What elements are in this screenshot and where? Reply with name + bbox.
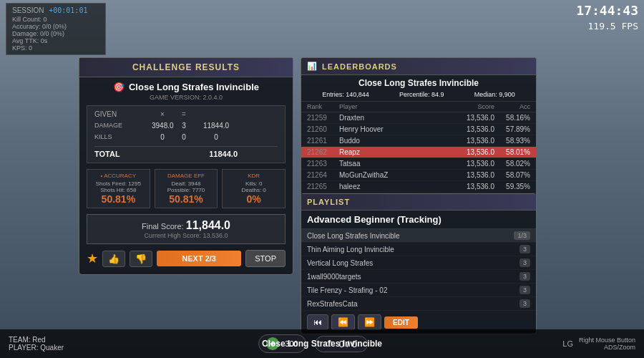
entries: Entries: 140,844 xyxy=(322,91,369,98)
final-score-box: Final Score: 11,844.0 Current High Score… xyxy=(87,214,286,244)
playlist-item[interactable]: Close Long Strafes Invincible 1/3 xyxy=(301,229,536,243)
lb-acc: 57.89% xyxy=(494,125,530,133)
fps-counter: 119.5 FPS xyxy=(588,21,638,32)
leaderboard-row[interactable]: 21262 Reapz 13,536.0 58.01% xyxy=(301,147,536,158)
bottom-challenge-name: Close Long Strafes Invincible xyxy=(262,339,382,349)
game-version: GAME VERSION: 2.0.4.0 xyxy=(79,94,293,101)
lb-rank: 21260 xyxy=(307,125,339,133)
leaderboard-row[interactable]: 21265 haleez 13,536.0 59.35% xyxy=(301,181,536,193)
kdr-box: KDR Kills: 0 Deaths: 0 0% xyxy=(222,169,286,208)
median-val: 9,900 xyxy=(499,91,515,98)
total-value: 11844.0 xyxy=(195,150,238,158)
multiply-label: × xyxy=(152,110,173,118)
col-score: Score xyxy=(444,103,494,110)
accuracy-value: 50.81% xyxy=(92,193,145,205)
kills-total: 0 xyxy=(195,132,238,143)
median-label: Median: xyxy=(474,91,497,98)
given-header: GIVEN × = xyxy=(94,110,278,118)
percentile-val: 84.9 xyxy=(431,91,444,98)
playlist-item[interactable]: Tile Frenzy - Strafing - 02 3 xyxy=(301,284,536,297)
playlist-item[interactable]: Thin Aiming Long Invincible 3 xyxy=(301,243,536,256)
session-timer: +00:01:01 xyxy=(49,6,87,14)
stop-button[interactable]: STOP xyxy=(245,250,286,267)
challenge-title: Close Long Strafes Invincible xyxy=(129,82,259,92)
possible: Possible: 7770 xyxy=(160,187,213,193)
lb-player: Buddo xyxy=(339,137,444,145)
pl-item-name: 1wall9000targets xyxy=(307,273,361,281)
kills-kdr: Kills: 0 xyxy=(227,180,280,187)
pl-item-name: RexStrafesCata xyxy=(307,300,358,308)
lb-player: Draxten xyxy=(339,114,444,122)
lb-rank: 21265 xyxy=(307,183,339,190)
damage-row: DAMAGE 3948.0 3 11844.0 xyxy=(94,120,278,132)
deaths-val: 0 xyxy=(263,187,265,193)
bottom-left: TEAM: Red PLAYER: Quaker xyxy=(9,336,64,352)
deaths-label: Deaths: xyxy=(242,187,262,193)
leaderboard-row[interactable]: 21264 MoGunZwithaZ 13,536.0 58.07% xyxy=(301,170,536,181)
kills-mult: 0 xyxy=(173,132,195,143)
pl-prev-button[interactable]: ⏪ xyxy=(331,314,355,330)
pl-edit-button[interactable]: EDIT xyxy=(384,316,418,329)
kdr-value: 0% xyxy=(227,193,280,205)
col-acc: Acc xyxy=(494,103,530,110)
leaderboard-row[interactable]: 21259 Draxten 13,536.0 58.16% xyxy=(301,112,536,124)
leaderboard-row[interactable]: 21261 Buddo 13,536.0 58.93% xyxy=(301,135,536,147)
deaths-kdr: Deaths: 0 xyxy=(227,187,280,193)
kills-kdr-val: 0 xyxy=(259,180,262,187)
entries-label: Entries: xyxy=(322,91,344,98)
pl-item-badge: 3 xyxy=(519,286,530,294)
pl-prev-prev-button[interactable]: ⏮ xyxy=(307,314,328,330)
pl-next-button[interactable]: ⏩ xyxy=(358,314,381,330)
kills-given: 0 xyxy=(152,132,173,143)
thumbs-down-button[interactable]: 👎 xyxy=(130,251,152,267)
lb-rank: 21261 xyxy=(307,137,339,145)
accuracy-box: • ACCURACY Shots Fired: 1295 Shots Hit: … xyxy=(87,169,150,208)
col-rank: Rank xyxy=(307,103,339,110)
lb-score: 13,536.0 xyxy=(444,125,494,133)
damage-total: 11844.0 xyxy=(195,120,238,132)
pl-item-badge: 1/3 xyxy=(514,231,530,240)
stats-row: • ACCURACY Shots Fired: 1295 Shots Hit: … xyxy=(87,169,286,208)
lb-rank: 21264 xyxy=(307,171,339,179)
star-button[interactable]: ★ xyxy=(87,251,98,266)
shots-fired-label: Shots Fired: xyxy=(96,180,127,187)
lb-player: Tatsaa xyxy=(339,160,444,168)
playlist-item[interactable]: RexStrafesCata 3 xyxy=(301,297,536,311)
lb-score: 13,536.0 xyxy=(444,148,494,156)
lb-rank: 21263 xyxy=(307,160,339,168)
playlist-title: Advanced Beginner (Tracking) xyxy=(301,211,536,229)
challenge-title-row: 🎯 Close Long Strafes Invincible xyxy=(79,77,293,94)
playlist-item[interactable]: 1wall9000targets 3 xyxy=(301,270,536,284)
leaderboard-row[interactable]: 21260 Henry Hoover 13,536.0 57.89% xyxy=(301,124,536,135)
accuracy-stat: Accuracy: 0/0 (0%) xyxy=(12,23,99,30)
hint-text: Right Mouse ButtonADS/Zoom xyxy=(579,337,635,351)
final-score-label: Final Score: xyxy=(142,222,184,231)
pl-item-badge: 3 xyxy=(519,272,530,281)
given-label: GIVEN xyxy=(94,110,152,118)
percentile-label: Percentile: xyxy=(399,91,430,98)
kills-kdr-label: Kills: xyxy=(245,180,258,187)
total-label: TOTAL xyxy=(94,150,152,158)
shots-fired: Shots Fired: 1295 xyxy=(92,180,145,187)
playlist-item[interactable]: Vertical Long Strafes 3 xyxy=(301,256,536,270)
lb-acc: 58.01% xyxy=(494,148,530,156)
challenge-header: CHALLENGE RESULTS xyxy=(79,58,293,77)
pl-item-name: Thin Aiming Long Invincible xyxy=(307,246,394,253)
action-row: ★ 👍 👎 NEXT 2/3 STOP xyxy=(87,250,286,267)
total-row: TOTAL 11844.0 xyxy=(94,146,278,158)
next-button[interactable]: NEXT 2/3 xyxy=(157,251,241,266)
lb-player: Reapz xyxy=(339,148,444,156)
leaderboard-row[interactable]: 21263 Tatsaa 13,536.0 58.02% xyxy=(301,158,536,170)
top-bar: SESSION +00:01:01 Kill Count: 0 Accuracy… xyxy=(0,0,644,50)
lb-score: 13,536.0 xyxy=(444,171,494,179)
top-right: 17:44:43 119.5 FPS xyxy=(576,3,638,32)
pl-item-badge: 3 xyxy=(519,258,530,267)
thumbs-up-button[interactable]: 👍 xyxy=(102,251,125,267)
lb-player: MoGunZwithaZ xyxy=(339,171,444,179)
lb-player: Henry Hoover xyxy=(339,125,444,133)
col-player: Player xyxy=(339,103,444,110)
player-label: PLAYER: Quaker xyxy=(9,344,64,352)
session-box: SESSION +00:01:01 Kill Count: 0 Accuracy… xyxy=(6,3,106,55)
leaderboard-panel: 📊 LEADERBOARDS Close Long Strafes Invinc… xyxy=(301,57,537,206)
lb-score: 13,536.0 xyxy=(444,137,494,145)
